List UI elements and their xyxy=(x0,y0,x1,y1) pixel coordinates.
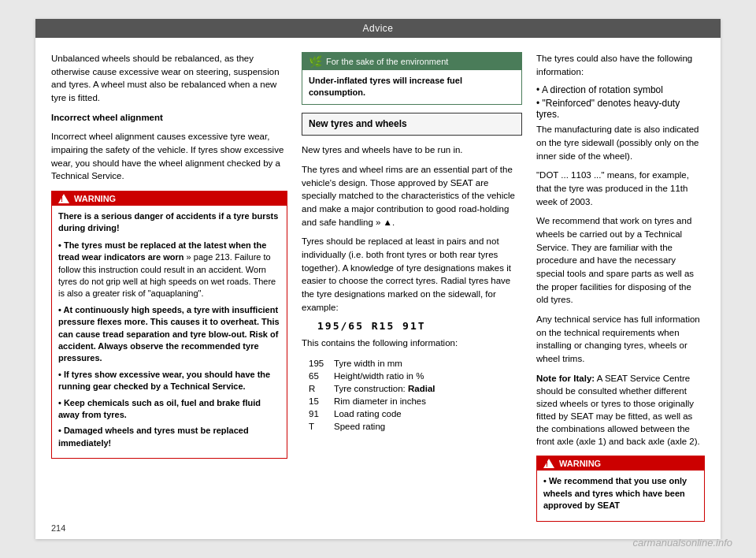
warning-body-right: We recommend that you use only wheels an… xyxy=(537,471,704,520)
new-tyres-title: New tyres and wheels xyxy=(309,117,515,131)
warning-box-right: WARNING We recommend that you use only w… xyxy=(536,456,705,521)
tyre-desc-width: Tyre width in mm xyxy=(332,358,436,369)
warning-triangle-icon-right xyxy=(543,459,554,468)
warning-bullet-4: Keep chemicals such as oil, fuel and bra… xyxy=(58,397,280,422)
warning-label-left: WARNING xyxy=(74,194,116,203)
warning-right-bullet: We recommend that you use only wheels an… xyxy=(543,475,698,512)
right-para1: The tyres could also have the following … xyxy=(536,52,705,78)
tyre-code-65: 65 xyxy=(307,370,331,381)
warning-body-left: There is a serious danger of accidents i… xyxy=(52,206,287,458)
watermark: carmanualsonline.info xyxy=(633,537,732,549)
tyre-code-t: T xyxy=(307,421,331,432)
warning-header-right: WARNING xyxy=(537,456,704,471)
right-para3: "DOT ... 1103 ..." means, for example, t… xyxy=(536,169,705,208)
warning-header-left: WARNING xyxy=(52,192,287,206)
env-title: For the sake of the environment xyxy=(326,57,448,66)
tyre-row-rim: 15 Rim diameter in inches xyxy=(307,396,436,407)
col-left: Unbalanced wheels should be rebalanced, … xyxy=(51,52,287,530)
right-para2: The manufacturing date is also indicated… xyxy=(536,123,705,162)
tyre-info-intro: This contains the following information: xyxy=(302,337,522,350)
right-bullet-1: A direction of rotation symbol xyxy=(536,84,705,95)
tyre-code-91: 91 xyxy=(307,408,331,419)
env-body-text: Under-inflated tyres will increase fuel … xyxy=(309,76,462,97)
tyre-desc-construction: Tyre construction: Radial xyxy=(332,383,436,394)
note-italy-label: Note for Italy: xyxy=(536,374,595,383)
incorrect-alignment-title: Incorrect wheel alignment xyxy=(51,111,287,125)
tyre-code-15: 15 xyxy=(307,396,331,407)
warning-first-para: There is a serious danger of accidents i… xyxy=(58,210,280,235)
tyre-desc-speed: Speed rating xyxy=(332,421,436,432)
env-box: 🌿 For the sake of the environment Under-… xyxy=(302,52,522,105)
warning-triangle-icon xyxy=(58,194,69,203)
right-para4: We recommend that work on tyres and whee… xyxy=(536,214,705,307)
new-tyres-para2: Tyres should be replaced at least in pai… xyxy=(302,235,522,314)
col-middle: 🌿 For the sake of the environment Under-… xyxy=(302,52,522,530)
warning-right-list: We recommend that you use only wheels an… xyxy=(543,475,698,512)
warning-box-left: WARNING There is a serious danger of acc… xyxy=(51,191,287,459)
tyre-code-195: 195 xyxy=(307,358,331,369)
warning-bullet-1: The tyres must be replaced at the latest… xyxy=(58,240,280,300)
new-tyres-box: New tyres and wheels xyxy=(302,113,522,136)
note-italy: Note for Italy: A SEAT Service Centre sh… xyxy=(536,372,705,448)
tyre-row-ratio: 65 Height/width ratio in % xyxy=(307,370,436,381)
tyre-row-construction: R Tyre construction: Radial xyxy=(307,383,436,394)
warning-bullet-2: At continuously high speeds, a tyre with… xyxy=(58,304,280,365)
col-right: The tyres could also have the following … xyxy=(536,52,705,530)
tyre-row-speed: T Speed rating xyxy=(307,421,436,432)
header-bar: Advice xyxy=(35,19,721,38)
header-title: Advice xyxy=(362,23,393,34)
tyre-desc-load: Load rating code xyxy=(332,408,436,419)
warning-bullets-list: The tyres must be replaced at the latest… xyxy=(58,240,280,449)
intro-text: Unbalanced wheels should be rebalanced, … xyxy=(51,52,287,105)
tyre-code: 195/65 R15 91T xyxy=(317,320,522,332)
new-tyres-para1: The tyres and wheel rims are an essentia… xyxy=(302,163,522,229)
warning-bullet-5: Damaged wheels and tyres must be replace… xyxy=(58,425,280,449)
right-bullets: A direction of rotation symbol "Reinforc… xyxy=(536,84,705,120)
env-header: 🌿 For the sake of the environment xyxy=(302,53,521,70)
tyre-info-table: 195 Tyre width in mm 65 Height/width rat… xyxy=(306,356,438,433)
content-area: Unbalanced wheels should be rebalanced, … xyxy=(35,38,721,538)
new-tyres-intro: New tyres and wheels have to be run in. xyxy=(302,143,522,157)
tyre-row-width: 195 Tyre width in mm xyxy=(307,358,436,369)
env-body: Under-inflated tyres will increase fuel … xyxy=(302,70,521,104)
warning-label-right: WARNING xyxy=(559,459,601,468)
tyre-desc-ratio: Height/width ratio in % xyxy=(332,370,436,381)
incorrect-alignment-text: Incorrect wheel alignment causes excessi… xyxy=(51,130,287,183)
right-para5: Any technical service has full informati… xyxy=(536,313,705,366)
tyre-row-load: 91 Load rating code xyxy=(307,408,436,419)
tyre-desc-rim: Rim diameter in inches xyxy=(332,396,436,407)
warning-right-text: We recommend that you use only wheels an… xyxy=(543,476,687,510)
page-number: 214 xyxy=(51,523,65,533)
right-bullet-2: "Reinforced" denotes heavy-duty tyres. xyxy=(536,98,705,120)
leaf-icon: 🌿 xyxy=(309,55,322,68)
note-italy-text: A SEAT Service Centre should be consulte… xyxy=(536,374,700,446)
tyre-code-r: R xyxy=(307,383,331,394)
page: Advice Unbalanced wheels should be rebal… xyxy=(35,19,721,539)
warning-bullet-3: If tyres show excessive wear, you should… xyxy=(58,369,280,393)
